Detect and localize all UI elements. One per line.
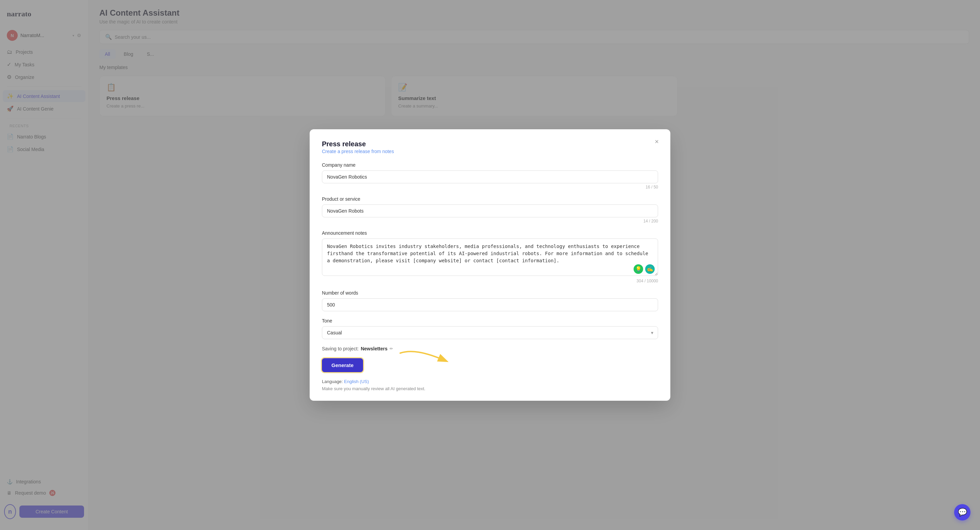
product-service-label: Product or service xyxy=(322,196,658,202)
generate-area: Generate xyxy=(322,358,658,372)
tone-field: Tone Casual Formal Friendly Professional xyxy=(322,318,658,339)
num-words-input[interactable] xyxy=(322,298,658,311)
support-fab-button[interactable]: 💬 xyxy=(954,504,970,520)
product-service-input[interactable] xyxy=(322,205,658,217)
modal-overlay[interactable]: × Press release Create a press release f… xyxy=(0,0,980,530)
announcement-notes-label: Announcement notes xyxy=(322,230,658,236)
modal-close-button[interactable]: × xyxy=(651,136,662,147)
generate-section: Generate xyxy=(322,358,658,372)
tone-select-wrapper: Casual Formal Friendly Professional xyxy=(322,326,658,339)
saving-label: Saving to project: xyxy=(322,346,359,351)
announcement-notes-textarea[interactable]: NovaGen Robotics invites industry stakeh… xyxy=(322,238,658,276)
generate-button[interactable]: Generate xyxy=(322,358,363,372)
announcement-notes-field: Announcement notes NovaGen Robotics invi… xyxy=(322,230,658,283)
modal-title: Press release xyxy=(322,140,658,148)
num-words-label: Number of words xyxy=(322,290,658,296)
tone-label: Tone xyxy=(322,318,658,324)
textarea-wrapper: NovaGen Robotics invites industry stakeh… xyxy=(322,238,658,277)
language-link[interactable]: English (US) xyxy=(344,379,369,384)
modal: × Press release Create a press release f… xyxy=(310,129,670,401)
modal-subtitle: Create a press release from notes xyxy=(322,149,658,154)
company-name-label: Company name xyxy=(322,162,658,168)
product-service-char-count: 14 / 200 xyxy=(322,219,658,224)
edit-project-icon[interactable]: ✏ xyxy=(390,346,393,351)
company-name-field: Company name 16 / 50 xyxy=(322,162,658,189)
company-name-char-count: 16 / 50 xyxy=(322,185,658,189)
disclaimer: Make sure you manually review all AI gen… xyxy=(322,386,658,391)
company-name-input[interactable] xyxy=(322,170,658,183)
saving-project: Newsletters xyxy=(361,346,388,351)
ai-suggestion-icon[interactable]: 💡 xyxy=(633,264,643,274)
announcement-notes-char-count: 304 / 10000 xyxy=(322,279,658,283)
tone-select[interactable]: Casual Formal Friendly Professional xyxy=(322,326,658,339)
language-label: Language: xyxy=(322,379,343,384)
product-service-field: Product or service 14 / 200 xyxy=(322,196,658,224)
ai-write-icon[interactable]: ✍ xyxy=(645,264,655,274)
language-row: Language: English (US) xyxy=(322,379,658,384)
textarea-icons: 💡 ✍ xyxy=(633,264,655,274)
saving-row: Saving to project: Newsletters ✏ xyxy=(322,346,658,351)
num-words-field: Number of words xyxy=(322,290,658,311)
